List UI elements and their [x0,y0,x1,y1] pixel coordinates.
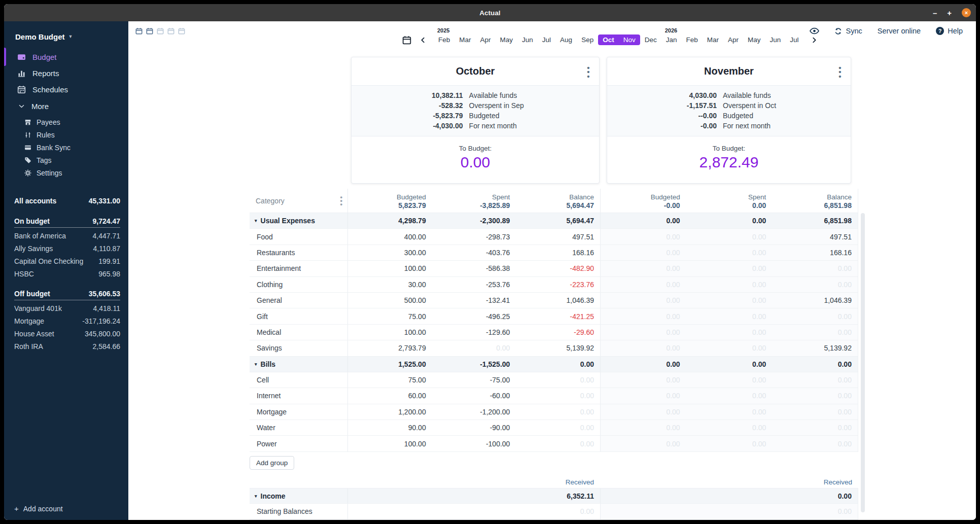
cell-nov-spent[interactable]: 0.00 [686,340,773,356]
sidebar-item-rules[interactable]: Rules [4,128,128,141]
cell-oct-balance[interactable]: 0.00 [516,404,600,420]
cell-nov-balance[interactable]: 0.00 [772,325,858,340]
cell-nov-spent[interactable]: 0.00 [686,325,773,340]
collapse-triangle-icon[interactable]: ▾ [255,218,257,223]
cell-oct-received[interactable]: 0.00 [516,504,600,519]
month-may[interactable]: May [743,34,765,45]
cell-oct-balance[interactable]: 497.51 [516,229,600,244]
cell-nov-balance[interactable]: 0.00 [772,436,858,451]
cell-oct-spent[interactable]: -586.38 [432,261,516,276]
category-name[interactable]: Restaurants [250,245,348,260]
sidebar-item-payees[interactable]: Payees [4,116,128,128]
cell-oct-balance[interactable]: 0.00 [516,372,600,388]
cell-oct-balance[interactable]: 5,694.47 [516,213,600,228]
cell-oct-spent[interactable]: -100.00 [432,436,516,451]
cell-nov-spent[interactable]: 0.00 [686,293,773,308]
cell-nov-spent[interactable]: 0.00 [686,404,773,420]
category-name[interactable]: ▾Usual Expenses [250,213,348,228]
month-mar[interactable]: Mar [703,34,723,45]
cell-nov-balance[interactable]: 0.00 [772,372,858,388]
cell-oct-spent[interactable]: -1,200.00 [432,404,516,420]
cell-nov-spent[interactable]: 0.00 [686,420,773,435]
cell-nov-budgeted[interactable]: 0.00 [600,293,686,308]
sidebar-item-reports[interactable]: Reports [4,65,128,81]
add-account-button[interactable]: + Add account [4,504,128,520]
category-name[interactable]: Medical [250,325,348,340]
cell-oct-budgeted[interactable]: 75.00 [348,308,432,324]
cell-oct-spent[interactable]: -60.00 [432,388,516,403]
cell-nov-balance[interactable]: 1,046.39 [772,293,858,308]
header-spent-oct[interactable]: Spent-3,825.89 [432,189,516,213]
to-budget-amount[interactable]: 2,872.49 [607,154,851,171]
month-jun[interactable]: Jun [517,34,538,45]
month-count-option-5-icon[interactable] [178,27,185,34]
sidebar-item-bank-sync[interactable]: Bank Sync [4,141,128,154]
cell-nov-balance[interactable]: 0.00 [772,388,858,403]
cell-nov-spent[interactable]: 0.00 [686,261,773,276]
month-jul[interactable]: Jul [785,34,803,45]
cell-nov-spent[interactable]: 0.00 [686,388,773,403]
all-accounts-row[interactable]: All accounts45,331.00 [14,194,120,207]
account-row-mortgage[interactable]: Mortgage-317,196.24 [14,315,120,327]
budget-switcher[interactable]: Demo Budget ▼ [4,29,128,44]
cell-oct-budgeted[interactable]: 100.00 [348,436,432,451]
cell-nov-spent[interactable]: 0.00 [686,213,773,228]
sidebar-item-budget[interactable]: Budget [4,49,128,65]
cell-nov-budgeted[interactable]: 0.00 [600,308,686,324]
cell-nov-spent[interactable]: 0.00 [686,229,773,244]
month-count-option-1-icon[interactable] [135,27,143,34]
category-name[interactable]: Starting Balances [250,504,348,519]
cell-nov-budgeted[interactable]: 0.00 [600,436,686,451]
calendar-icon[interactable] [402,36,411,45]
help-button[interactable]: ? Help [936,27,963,35]
month-aug[interactable]: Aug [555,34,577,45]
account-row-house-asset[interactable]: House Asset345,800.00 [14,327,120,340]
cell-oct-balance[interactable]: -29.60 [516,325,600,340]
cell-nov-spent[interactable]: 0.00 [686,372,773,388]
category-name[interactable]: Water [250,420,348,435]
vertical-scrollbar[interactable] [861,213,865,512]
cell-oct-budgeted[interactable]: 100.00 [348,325,432,340]
month-mar[interactable]: Mar [454,34,475,45]
cell-nov-spent[interactable]: 0.00 [686,277,773,292]
account-row-vanguard-401k[interactable]: Vanguard 401k4,418.11 [14,302,120,315]
kebab-menu-icon[interactable]: ••• [586,66,591,79]
category-header[interactable]: Category [256,197,285,205]
cell-oct-spent[interactable]: -403.76 [432,245,516,260]
cell-oct-received[interactable]: 6,352.11 [516,488,600,503]
category-name[interactable]: ▾Bills [250,357,348,372]
month-jan[interactable]: 2026Jan [661,34,682,45]
cell-nov-budgeted[interactable]: 0.00 [600,357,686,372]
cell-oct-budgeted[interactable]: 100.00 [348,261,432,276]
account-row-bank-of-america[interactable]: Bank of America4,447.71 [14,229,120,242]
cell-oct-balance[interactable]: 5,139.92 [516,340,600,356]
cell-nov-budgeted[interactable]: 0.00 [600,325,686,340]
header-balance-nov[interactable]: Balance6,851.98 [772,189,858,213]
sidebar-item-more[interactable]: More [4,98,128,114]
header-balance-oct[interactable]: Balance5,694.47 [516,189,600,213]
cell-oct-spent[interactable]: -75.00 [432,372,516,388]
cell-oct-spent[interactable]: -496.25 [432,308,516,324]
sidebar-item-settings[interactable]: Settings [4,166,128,179]
cell-oct-spent[interactable]: -253.76 [432,277,516,292]
cell-nov-balance[interactable]: 6,851.98 [772,213,858,228]
cell-nov-budgeted[interactable]: 0.00 [600,229,686,244]
month-count-option-3-icon[interactable] [157,27,164,34]
cell-oct-balance[interactable]: 0.00 [516,357,600,372]
cell-oct-budgeted[interactable]: 300.00 [348,245,432,260]
cell-nov-received[interactable]: 0.00 [772,488,858,503]
privacy-eye-button[interactable] [810,27,819,34]
cell-oct-balance[interactable]: 0.00 [516,436,600,451]
cell-oct-budgeted[interactable]: 1,200.00 [348,404,432,420]
cell-nov-spent[interactable]: 0.00 [686,308,773,324]
header-budgeted-oct[interactable]: Budgeted5,823.79 [348,189,432,213]
collapse-triangle-icon[interactable]: ▾ [255,494,257,499]
cell-nov-budgeted[interactable]: 0.00 [600,261,686,276]
category-name[interactable]: Mortgage [250,404,348,420]
cell-oct-budgeted[interactable]: 60.00 [348,388,432,403]
next-month-button[interactable] [811,37,818,44]
cell-oct-spent[interactable]: -2,300.89 [432,213,516,228]
account-row-roth-ira[interactable]: Roth IRA2,584.66 [14,340,120,353]
cell-nov-budgeted[interactable]: 0.00 [600,213,686,228]
minimize-button[interactable]: – [933,9,937,17]
